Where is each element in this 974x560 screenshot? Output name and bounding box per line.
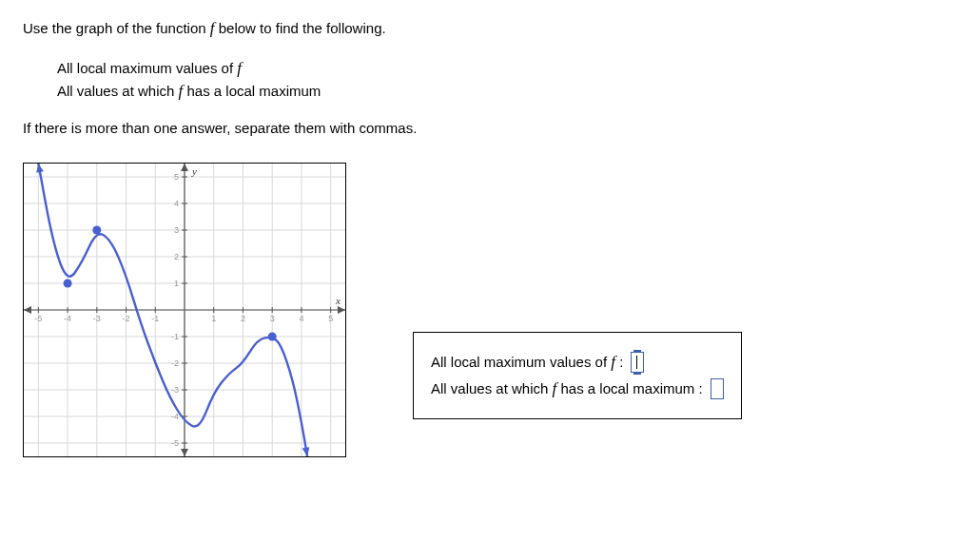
instruction-part1: Use the graph of the function — [23, 20, 210, 36]
svg-point-72 — [64, 280, 72, 288]
instruction-part2: below to find the following. — [215, 20, 386, 36]
svg-text:5: 5 — [328, 314, 333, 323]
svg-text:1: 1 — [211, 314, 216, 323]
svg-point-74 — [268, 333, 277, 341]
item2-text-c: has a local maximum — [183, 83, 321, 99]
svg-marker-26 — [181, 164, 188, 171]
svg-text:y: y — [191, 165, 197, 177]
svg-text:-4: -4 — [171, 412, 179, 421]
svg-text:4: 4 — [299, 314, 303, 323]
svg-marker-24 — [338, 306, 345, 314]
answer-row-1: All local maximum values of f : — [431, 352, 724, 373]
svg-marker-71 — [302, 447, 310, 456]
svg-text:-5: -5 — [171, 438, 179, 448]
answer1-text-c: : — [615, 354, 623, 370]
svg-text:2: 2 — [241, 314, 245, 323]
answer-row-2: All values at which f has a local maximu… — [431, 378, 724, 399]
svg-text:3: 3 — [174, 225, 179, 235]
svg-text:1: 1 — [174, 279, 179, 288]
answer2-text-a: All values at which — [431, 380, 553, 396]
answer2-text-c: has a local maximum : — [556, 380, 702, 396]
svg-text:2: 2 — [174, 252, 179, 261]
answer-box: All local maximum values of f : All valu… — [413, 332, 742, 419]
content-row: -5-4-3-2-112345-5-4-3-2-112345xy All loc… — [23, 163, 951, 457]
svg-text:3: 3 — [270, 314, 275, 323]
svg-marker-27 — [181, 449, 188, 456]
question-sublist: All local maximum values of f All values… — [23, 59, 951, 101]
svg-text:-3: -3 — [93, 314, 101, 323]
instruction-text: Use the graph of the function f below to… — [23, 19, 951, 38]
svg-text:-5: -5 — [34, 314, 42, 323]
svg-text:-2: -2 — [171, 358, 179, 368]
svg-text:4: 4 — [174, 199, 179, 208]
sublist-item-2: All values at which f has a local maximu… — [57, 82, 951, 101]
answer1-input[interactable] — [631, 352, 644, 373]
svg-text:-1: -1 — [151, 314, 159, 323]
svg-text:x: x — [335, 295, 341, 306]
answer2-input[interactable] — [711, 378, 724, 399]
item2-text-a: All values at which — [57, 83, 179, 99]
svg-marker-25 — [24, 306, 31, 314]
item1-text: All local maximum values of — [57, 60, 237, 76]
function-graph: -5-4-3-2-112345-5-4-3-2-112345xy — [23, 163, 346, 457]
svg-text:-3: -3 — [171, 385, 179, 395]
svg-marker-70 — [36, 164, 44, 173]
answer2-label: All values at which f has a local maximu… — [431, 379, 703, 398]
item1-f: f — [237, 59, 242, 77]
comma-instruction: If there is more than one answer, separa… — [23, 120, 951, 136]
svg-text:-2: -2 — [123, 314, 130, 323]
svg-text:5: 5 — [174, 172, 179, 182]
svg-text:-1: -1 — [171, 332, 179, 341]
answer1-text-a: All local maximum values of — [431, 354, 611, 370]
chart-svg: -5-4-3-2-112345-5-4-3-2-112345xy — [24, 164, 345, 456]
answer1-label: All local maximum values of f : — [431, 353, 623, 372]
svg-text:-4: -4 — [64, 314, 71, 323]
svg-point-73 — [92, 226, 101, 235]
sublist-item-1: All local maximum values of f — [57, 59, 951, 78]
